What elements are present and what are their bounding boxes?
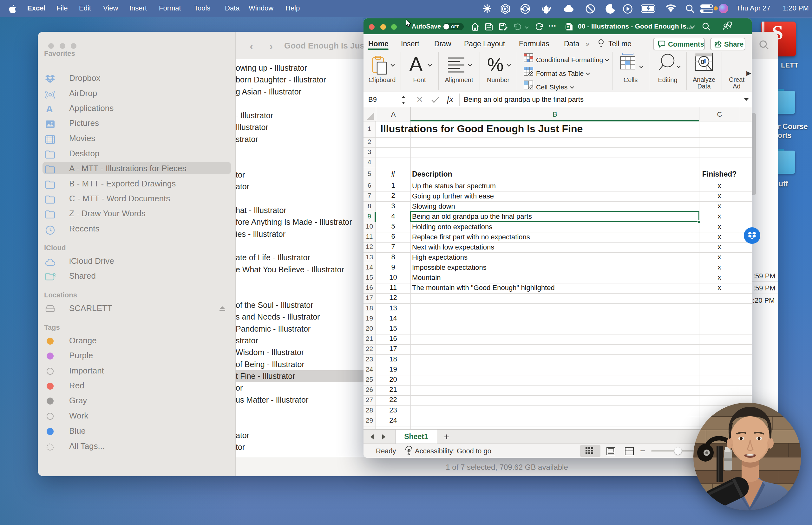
svg-text:x: x [567,25,569,29]
